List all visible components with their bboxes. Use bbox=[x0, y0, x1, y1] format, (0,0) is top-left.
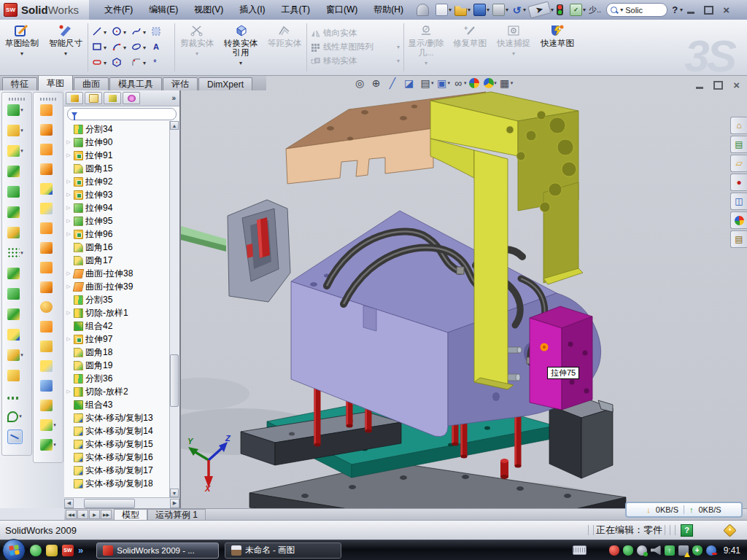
view-tool-button[interactable]: ∞ ▾ bbox=[452, 77, 467, 89]
close-button[interactable]: × bbox=[723, 7, 729, 14]
offset-entities-button[interactable]: 等距实体 bbox=[266, 23, 303, 48]
document-tab[interactable]: 运动算例 1 bbox=[147, 509, 206, 520]
feature-tool-button[interactable]: ▾ bbox=[7, 287, 26, 300]
move-entities-button[interactable]: 移动实体 ▾ bbox=[311, 55, 400, 66]
sketch-text-icon[interactable]: A bbox=[151, 42, 161, 55]
prev-tab-icon[interactable]: ◀ bbox=[77, 510, 88, 519]
tree-item[interactable]: ▷ 拉伸90 bbox=[66, 136, 169, 149]
taskbar-window-button[interactable]: 未命名 - 画图 bbox=[225, 542, 341, 559]
dropdown-caret-icon[interactable]: ▾ bbox=[143, 44, 146, 51]
view-tool-button[interactable]: ▣ ▾ bbox=[436, 77, 451, 89]
quick-launch-icon[interactable]: » bbox=[78, 545, 83, 556]
scroll-right-icon[interactable]: ▶ bbox=[170, 499, 179, 508]
panel-expand-button[interactable]: » bbox=[171, 94, 178, 102]
surface-tool-button[interactable]: ▾ bbox=[40, 399, 56, 412]
restore-button[interactable] bbox=[704, 6, 713, 15]
tree-item[interactable]: ▷ 组合42 bbox=[66, 319, 169, 332]
slot-icon[interactable] bbox=[92, 57, 102, 70]
dropdown-caret-icon[interactable]: ▾ bbox=[468, 7, 471, 13]
surface-tool-button[interactable]: ▾ bbox=[40, 340, 56, 353]
tray-icon[interactable] bbox=[609, 545, 619, 556]
quick-access-button[interactable]: ▾ bbox=[556, 4, 568, 16]
tree-item[interactable]: ▷ 切除-放样2 bbox=[66, 385, 169, 398]
tree-item[interactable]: ▷ 拉伸94 bbox=[66, 201, 169, 214]
dropdown-caret-icon[interactable]: ▾ bbox=[20, 352, 23, 358]
panel-tab[interactable] bbox=[85, 92, 102, 104]
feature-tool-button[interactable]: ▾ bbox=[7, 389, 26, 402]
quick-access-button[interactable]: ▾ bbox=[473, 3, 490, 17]
expand-arrow-icon[interactable]: ▷ bbox=[66, 310, 71, 316]
surface-tool-button[interactable]: ▾ bbox=[40, 104, 56, 117]
surface-tool-button[interactable]: ▾ bbox=[40, 241, 56, 254]
feature-tool-button[interactable]: ▾ bbox=[7, 144, 26, 158]
dropdown-caret-icon[interactable]: ▾ bbox=[20, 107, 23, 113]
view-tool-button[interactable]: ╱ ▾ bbox=[387, 77, 401, 89]
surface-tool-button[interactable]: ▾ bbox=[40, 359, 56, 373]
feature-tool-button[interactable]: ▾ bbox=[7, 206, 26, 219]
tray-icon[interactable] bbox=[706, 545, 716, 556]
task-pane-button[interactable] bbox=[730, 211, 747, 229]
tray-icon[interactable] bbox=[573, 545, 587, 555]
document-tab[interactable]: 模型 bbox=[114, 509, 147, 520]
network-speed-overlay[interactable]: ↓ 0KB/S ↑ 0KB/S bbox=[625, 502, 743, 518]
toolbar-grip[interactable] bbox=[40, 98, 56, 101]
command-tab[interactable]: 评估 bbox=[163, 77, 198, 90]
dropdown-caret-icon[interactable]: ▾ bbox=[20, 128, 23, 133]
ellipse-icon[interactable] bbox=[131, 42, 142, 55]
tree-item[interactable]: ▷ 实体-移动/复制16 bbox=[66, 451, 169, 464]
view-tool-button[interactable]: ▾ bbox=[469, 78, 482, 88]
last-tab-icon[interactable]: ▶▶ bbox=[101, 510, 112, 519]
quick-access-button[interactable]: ▾ bbox=[454, 3, 471, 17]
scroll-up-icon[interactable]: ▲ bbox=[170, 121, 179, 130]
dropdown-caret-icon[interactable]: ▾ bbox=[20, 148, 23, 154]
feature-tool-button[interactable]: ▾ bbox=[7, 226, 26, 239]
dropdown-caret-icon[interactable]: ▾ bbox=[523, 7, 526, 13]
arc-icon[interactable] bbox=[112, 42, 122, 55]
tree-item[interactable]: ▷ 实体-移动/复制15 bbox=[66, 438, 169, 451]
surface-tool-button[interactable]: ▾ bbox=[40, 300, 56, 314]
exploded-mold-model[interactable] bbox=[181, 90, 747, 508]
tree-horizontal-scrollbar[interactable]: ◀ ▶ bbox=[64, 497, 179, 508]
menu-item[interactable]: 插入(I) bbox=[231, 1, 273, 19]
scroll-thumb[interactable] bbox=[170, 354, 179, 407]
dropdown-caret-icon[interactable]: ▾ bbox=[425, 58, 427, 68]
view-tool-button[interactable]: ▾ bbox=[484, 78, 497, 88]
tree-item[interactable]: ▷ 拉伸97 bbox=[66, 332, 169, 346]
tree-item[interactable]: ▷ 分割34 bbox=[66, 122, 169, 136]
dropdown-caret-icon[interactable]: ▾ bbox=[397, 44, 400, 50]
tree-item[interactable]: ▷ 圆角18 bbox=[66, 346, 169, 359]
surface-tool-button[interactable]: ▾ bbox=[40, 281, 56, 294]
dropdown-caret-icon[interactable]: ▾ bbox=[506, 7, 508, 13]
next-tab-icon[interactable]: ▶ bbox=[89, 510, 100, 519]
quick-launch-icon[interactable] bbox=[30, 545, 42, 556]
tree-item[interactable]: ▷ 圆角19 bbox=[66, 359, 169, 372]
task-pane-button[interactable]: ◫ bbox=[730, 192, 747, 210]
help-caret-icon[interactable]: ▾ bbox=[680, 7, 683, 13]
task-pane-button[interactable]: ● bbox=[730, 174, 747, 191]
polygon-icon[interactable] bbox=[112, 57, 122, 70]
surface-tool-button[interactable]: ▾ bbox=[40, 222, 56, 235]
search-input-value[interactable]: Solic bbox=[625, 6, 643, 15]
surface-tool-button[interactable]: ▾ bbox=[40, 261, 56, 274]
feature-tool-button[interactable]: ▾ bbox=[7, 124, 26, 137]
start-button[interactable] bbox=[2, 539, 26, 560]
trim-entities-button[interactable]: 剪裁实体 ▾ bbox=[179, 23, 215, 58]
tree-item[interactable]: ▷ 拉伸93 bbox=[66, 188, 169, 201]
menu-item[interactable]: 编辑(E) bbox=[141, 1, 186, 19]
surface-tool-button[interactable]: ▾ bbox=[40, 320, 56, 333]
task-pane-button[interactable]: ⌂ bbox=[730, 117, 747, 134]
dropdown-caret-icon[interactable]: ▾ bbox=[123, 44, 126, 51]
panel-tab[interactable] bbox=[123, 92, 140, 104]
dropdown-caret-icon[interactable]: ▾ bbox=[494, 80, 497, 86]
sketch-fillet-icon[interactable] bbox=[131, 57, 142, 70]
dropdown-caret-icon[interactable]: ▾ bbox=[53, 422, 56, 428]
tree-item[interactable]: ▷ 切除-放样1 bbox=[66, 306, 169, 319]
task-pane-button[interactable]: ▤ bbox=[730, 136, 747, 153]
dropdown-caret-icon[interactable]: ▾ bbox=[143, 29, 146, 36]
surface-tool-button[interactable]: ▾ bbox=[40, 202, 56, 215]
toolbar-grip[interactable] bbox=[9, 98, 25, 101]
feature-tool-button[interactable]: ▾ bbox=[7, 430, 26, 443]
task-pane-button[interactable]: ▤ bbox=[730, 230, 747, 248]
surface-tool-button[interactable]: ▾ bbox=[40, 163, 56, 176]
dropdown-caret-icon[interactable]: ▾ bbox=[104, 44, 107, 51]
